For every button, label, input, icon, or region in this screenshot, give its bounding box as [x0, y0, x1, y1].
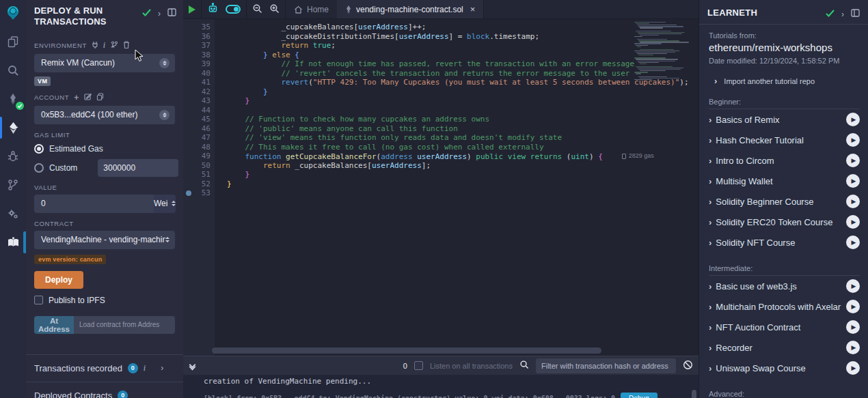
- tutorial-item[interactable]: ›Solidity Beginner Course▶: [709, 191, 860, 212]
- zoom-in-icon[interactable]: [269, 3, 280, 16]
- publish-ipfs-checkbox[interactable]: [34, 296, 43, 304]
- debug-button[interactable]: Debug: [621, 393, 657, 398]
- account-select[interactable]: 0x5B3...eddC4 (100 ether): [34, 106, 175, 124]
- tutorial-item[interactable]: ›Multichain Protocols with Axelar▶: [709, 296, 860, 317]
- play-tutorial-button[interactable]: ▶: [846, 154, 860, 167]
- breakpoint-margin[interactable]: [183, 143, 194, 152]
- breakpoint-margin[interactable]: [183, 124, 194, 134]
- settings-icon[interactable]: [0, 205, 26, 223]
- play-tutorial-button[interactable]: ▶: [846, 300, 860, 313]
- play-tutorial-button[interactable]: ▶: [846, 361, 860, 375]
- play-tutorial-button[interactable]: ▶: [846, 113, 860, 126]
- chevron-right-icon[interactable]: ›: [161, 363, 163, 373]
- breakpoint-dot[interactable]: [186, 190, 191, 196]
- panel-expand-icon[interactable]: ›: [158, 9, 161, 18]
- play-tutorial-button[interactable]: ▶: [846, 341, 860, 354]
- at-address-input[interactable]: [74, 316, 175, 334]
- panel-pin-icon[interactable]: [167, 8, 176, 18]
- tutorial-item-label: Basic use of web3.js: [716, 281, 797, 292]
- code-editor[interactable]: 35 _cupcakeBalances[userAddress]++;36 _c…: [183, 19, 699, 356]
- breakpoint-margin[interactable]: [183, 41, 194, 51]
- breakpoint-margin[interactable]: [183, 96, 194, 106]
- breakpoint-margin[interactable]: [183, 188, 194, 198]
- contract-select[interactable]: VendingMachine - vending-machin: [34, 231, 175, 249]
- plug-icon[interactable]: [92, 41, 98, 50]
- code-line: 44: [183, 106, 699, 115]
- environment-select[interactable]: Remix VM (Cancun): [34, 54, 175, 72]
- file-explorer-icon[interactable]: [0, 33, 26, 51]
- terminal-filter-input[interactable]: [536, 358, 676, 373]
- tab-vending-machine-contract[interactable]: vending-machine-contract.sol ×: [337, 0, 484, 18]
- custom-gas-radio[interactable]: [34, 163, 44, 173]
- fork-state-icon[interactable]: [111, 41, 118, 50]
- terminal-collapse-icon[interactable]: [190, 363, 195, 369]
- copy-account-icon[interactable]: [96, 93, 104, 102]
- terminal-search-icon[interactable]: [519, 360, 529, 371]
- debugger-icon[interactable]: [0, 147, 26, 165]
- copilot-toggle[interactable]: [226, 5, 241, 14]
- panel-pin-icon[interactable]: [851, 9, 860, 19]
- deployed-contracts-section[interactable]: Deployed Contracts 0: [26, 382, 183, 398]
- panel-expand-icon[interactable]: ›: [841, 10, 844, 19]
- close-tab-icon[interactable]: ×: [470, 4, 476, 14]
- breakpoint-margin[interactable]: [183, 180, 194, 189]
- value-input[interactable]: [34, 195, 154, 213]
- tutorial-item[interactable]: ›Solidity NFT Course▶: [709, 232, 860, 253]
- listen-all-checkbox[interactable]: [414, 361, 423, 370]
- tutorial-item[interactable]: ›Uniswap Swap Course▶: [709, 358, 860, 378]
- remix-logo-icon[interactable]: [0, 4, 26, 22]
- breakpoint-margin[interactable]: [183, 78, 194, 87]
- breakpoint-margin[interactable]: [183, 115, 194, 124]
- play-tutorial-button[interactable]: ▶: [846, 320, 860, 334]
- at-address-button[interactable]: At Address: [34, 316, 74, 334]
- breakpoint-margin[interactable]: [183, 23, 194, 32]
- learneth-icon[interactable]: [0, 233, 26, 251]
- breakpoint-margin[interactable]: [183, 106, 194, 115]
- breakpoint-margin[interactable]: [183, 161, 194, 171]
- terminal-tx-count: 0: [403, 362, 407, 370]
- deploy-and-run-icon[interactable]: [0, 119, 26, 137]
- environment-info-icon[interactable]: i: [103, 40, 106, 51]
- play-tutorial-button[interactable]: ▶: [846, 215, 860, 229]
- clear-console-icon[interactable]: [683, 360, 693, 372]
- breakpoint-margin[interactable]: [183, 133, 194, 143]
- play-tutorial-button[interactable]: ▶: [846, 174, 860, 188]
- ai-assistant-icon[interactable]: [207, 3, 219, 16]
- tab-home[interactable]: Home: [286, 0, 337, 18]
- breakpoint-margin[interactable]: [183, 51, 194, 60]
- terminal-scrollbar[interactable]: [692, 390, 696, 398]
- tutorial-item[interactable]: ›Recorder▶: [709, 337, 860, 358]
- solidity-compiler-icon[interactable]: [0, 90, 26, 108]
- transactions-recorded-section[interactable]: Transactions recorded 0 i ›: [26, 354, 183, 382]
- breakpoint-margin[interactable]: [183, 87, 194, 97]
- zoom-out-icon[interactable]: [252, 3, 262, 16]
- tutorial-item[interactable]: ›Basics of Remix▶: [709, 109, 860, 130]
- play-tutorial-button[interactable]: ▶: [846, 236, 860, 249]
- breakpoint-margin[interactable]: [183, 69, 194, 79]
- transactions-info-icon[interactable]: i: [144, 363, 146, 373]
- play-tutorial-button[interactable]: ▶: [846, 279, 860, 293]
- delete-state-icon[interactable]: [123, 41, 130, 50]
- tutorial-item[interactable]: ›Multisig Wallet▶: [709, 171, 860, 191]
- deploy-button[interactable]: Deploy: [34, 271, 83, 289]
- tutorial-item[interactable]: ›Basic use of web3.js▶: [709, 276, 860, 296]
- estimated-gas-radio[interactable]: [34, 144, 44, 154]
- tutorial-item[interactable]: ›NFT Auction Contract▶: [709, 317, 860, 337]
- play-tutorial-button[interactable]: ▶: [846, 133, 860, 147]
- breakpoint-margin[interactable]: [183, 170, 194, 180]
- tutorial-item[interactable]: ›Intro to Circom▶: [709, 150, 860, 171]
- breakpoint-margin[interactable]: [183, 152, 194, 161]
- search-icon[interactable]: [0, 61, 26, 79]
- breakpoint-margin[interactable]: [183, 59, 194, 69]
- tutorial-item[interactable]: ›Hash Checker Tutorial▶: [709, 130, 860, 150]
- run-script-button[interactable]: [183, 0, 202, 18]
- play-tutorial-button[interactable]: ▶: [846, 195, 860, 208]
- custom-gas-input[interactable]: [98, 159, 178, 177]
- add-account-icon[interactable]: +: [74, 93, 79, 102]
- breakpoint-margin[interactable]: [183, 32, 194, 42]
- value-unit-select[interactable]: Wei: [154, 195, 176, 213]
- sign-message-icon[interactable]: [84, 93, 92, 102]
- git-icon[interactable]: [0, 176, 26, 194]
- import-tutorial-repo[interactable]: › Import another tutorial repo: [709, 76, 860, 86]
- tutorial-item[interactable]: ›Solidity ERC20 Token Course▶: [709, 212, 860, 232]
